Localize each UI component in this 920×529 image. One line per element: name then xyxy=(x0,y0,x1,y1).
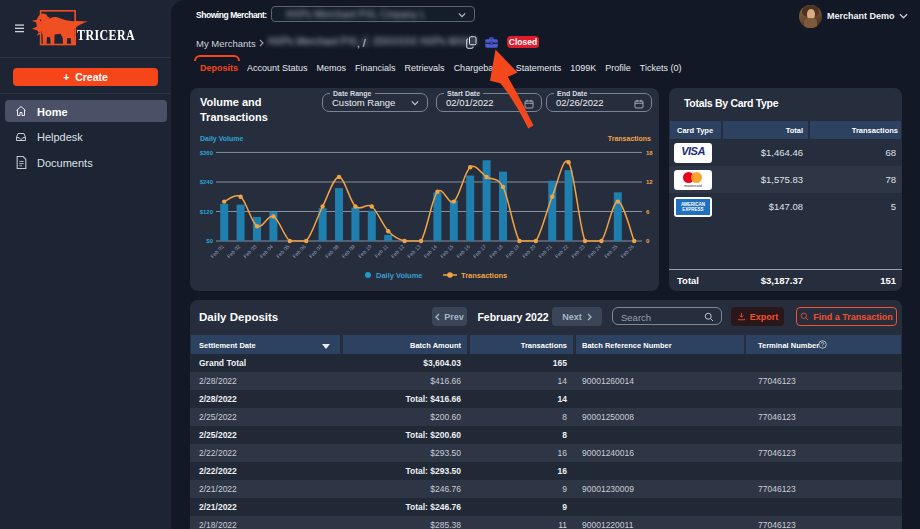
svg-text:Daily Volume: Daily Volume xyxy=(376,271,423,280)
svg-text:18: 18 xyxy=(646,150,653,156)
svg-text:Feb 16: Feb 16 xyxy=(455,243,471,259)
svg-text:Feb 06: Feb 06 xyxy=(291,243,307,259)
svg-text:Feb 22: Feb 22 xyxy=(554,243,570,259)
svg-text:Feb 26: Feb 26 xyxy=(619,243,635,259)
svg-text:$360: $360 xyxy=(200,150,214,156)
svg-text:Feb 09: Feb 09 xyxy=(340,243,356,259)
svg-text:Feb 20: Feb 20 xyxy=(521,243,537,259)
svg-text:Feb 05: Feb 05 xyxy=(275,243,291,259)
svg-text:6: 6 xyxy=(646,209,650,215)
svg-text:Feb 07: Feb 07 xyxy=(308,243,324,259)
svg-text:Feb 21: Feb 21 xyxy=(537,243,553,259)
svg-text:Feb 01: Feb 01 xyxy=(209,243,225,259)
svg-text:Feb 25: Feb 25 xyxy=(603,243,619,259)
svg-text:$0: $0 xyxy=(206,238,213,244)
svg-text:Feb 11: Feb 11 xyxy=(374,243,389,258)
svg-text:Feb 04: Feb 04 xyxy=(258,243,274,259)
svg-text:Feb 18: Feb 18 xyxy=(488,243,504,259)
svg-text:Feb 10: Feb 10 xyxy=(357,243,373,259)
svg-text:Feb 02: Feb 02 xyxy=(226,243,242,259)
svg-text:Feb 08: Feb 08 xyxy=(324,243,340,259)
svg-text:$240: $240 xyxy=(200,179,214,185)
svg-text:12: 12 xyxy=(646,179,653,185)
svg-text:0: 0 xyxy=(646,238,650,244)
svg-text:Feb 14: Feb 14 xyxy=(422,243,438,259)
svg-text:$120: $120 xyxy=(200,209,214,215)
svg-text:Feb 03: Feb 03 xyxy=(242,243,258,259)
svg-text:Transactions: Transactions xyxy=(608,135,651,142)
svg-text:Feb 19: Feb 19 xyxy=(504,243,520,259)
svg-text:Feb 12: Feb 12 xyxy=(390,243,406,259)
svg-text:Feb 23: Feb 23 xyxy=(570,243,586,259)
svg-text:Daily Volume: Daily Volume xyxy=(200,135,244,143)
svg-text:Feb 13: Feb 13 xyxy=(406,243,422,259)
svg-text:Feb 17: Feb 17 xyxy=(472,243,488,259)
svg-text:Feb 24: Feb 24 xyxy=(586,243,602,259)
svg-text:Transactions: Transactions xyxy=(461,271,507,280)
svg-text:Feb 15: Feb 15 xyxy=(439,243,455,259)
